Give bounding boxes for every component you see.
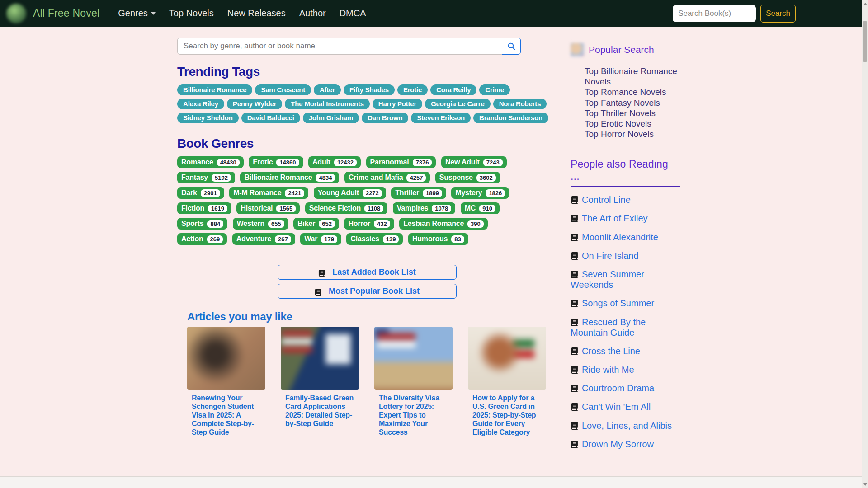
- book-icon: [571, 347, 578, 355]
- book-link[interactable]: Songs of Summer: [571, 298, 654, 308]
- trending-tag[interactable]: John Grisham: [303, 113, 359, 123]
- trending-tag[interactable]: Sam Crescent: [255, 84, 311, 95]
- genre-badge[interactable]: Classics139: [346, 233, 403, 245]
- genre-badge[interactable]: Humorous83: [408, 233, 468, 245]
- popular-search-link[interactable]: Top Horror Novels: [585, 129, 680, 139]
- trending-tag[interactable]: Georgia Le Carre: [425, 99, 491, 109]
- last-added-book-list-button[interactable]: Last Added Book List: [278, 265, 457, 280]
- trending-tag[interactable]: Dan Brown: [362, 113, 408, 123]
- book-link[interactable]: Ride with Me: [571, 365, 634, 375]
- book-link[interactable]: Seven Summer Weekends: [571, 269, 644, 290]
- trending-tag[interactable]: Penny Wylder: [227, 99, 283, 109]
- nav-item-dmca[interactable]: DMCA: [333, 8, 373, 19]
- trending-tag[interactable]: Steven Erikson: [411, 113, 471, 123]
- site-logo[interactable]: [6, 4, 26, 23]
- article-title-link[interactable]: Renewing Your Schengen Student Visa in 2…: [187, 390, 265, 436]
- trending-tag[interactable]: David Baldacci: [241, 113, 300, 123]
- genre-count-badge: 1108: [364, 205, 383, 212]
- genre-badge[interactable]: M-M Romance2421: [229, 187, 308, 199]
- genre-badge[interactable]: Science Fiction1108: [305, 202, 388, 214]
- popular-search-link[interactable]: Top Erotic Novels: [585, 118, 680, 129]
- brand-link[interactable]: All Free Novel: [33, 7, 99, 19]
- article-card[interactable]: Renewing Your Schengen Student Visa in 2…: [187, 327, 265, 436]
- article-title-link[interactable]: Family-Based Green Card Applications 202…: [281, 390, 359, 428]
- book-link[interactable]: Can't Win 'Em All: [571, 402, 651, 412]
- book-title: Drown My Sorrow: [582, 439, 654, 449]
- genre-badge[interactable]: War179: [300, 233, 341, 245]
- book-link[interactable]: Cross the Line: [571, 346, 640, 356]
- book-link[interactable]: Control Line: [571, 195, 631, 205]
- scrollbar[interactable]: [862, 0, 868, 488]
- book-link[interactable]: On Fire Island: [571, 251, 639, 261]
- nav-item-top-novels[interactable]: Top Novels: [162, 8, 221, 19]
- trending-tag[interactable]: Fifty Shades: [344, 84, 395, 95]
- popular-search-link[interactable]: Top Romance Novels: [585, 87, 680, 97]
- genre-badge[interactable]: Suspense3602: [435, 172, 500, 183]
- book-link[interactable]: Courtroom Drama: [571, 383, 654, 393]
- genre-badge[interactable]: Adult12432: [308, 156, 361, 168]
- book-link[interactable]: Moonlit Alexandrite: [571, 232, 658, 242]
- genre-badge[interactable]: Paranormal7376: [366, 156, 436, 168]
- most-popular-book-list-button[interactable]: Most Popular Book List: [278, 284, 457, 299]
- genre-badge[interactable]: Romance48430: [177, 156, 244, 168]
- trending-tag[interactable]: The Mortal Instruments: [285, 99, 369, 109]
- genre-badge[interactable]: Billionaire Romance4834: [240, 172, 339, 183]
- scroll-down-arrow[interactable]: [862, 481, 868, 488]
- article-title-link[interactable]: The Diversity Visa Lottery for 2025: Exp…: [374, 390, 453, 436]
- nav-item-genres[interactable]: Genres: [111, 8, 162, 19]
- genre-badge[interactable]: Mystery1826: [451, 187, 509, 199]
- trending-tag[interactable]: Alexa Riley: [177, 99, 224, 109]
- trending-tag[interactable]: Erotic: [397, 84, 428, 95]
- genre-badge[interactable]: Action269: [177, 233, 227, 245]
- trending-tag[interactable]: After: [314, 84, 341, 95]
- book-link[interactable]: Rescued By the Mountain Guide: [571, 317, 646, 338]
- genre-badge[interactable]: Dark2901: [177, 187, 224, 199]
- genre-badge[interactable]: Fantasy5192: [177, 172, 235, 183]
- genre-name: Sports: [181, 220, 203, 228]
- main-search-submit-button[interactable]: [502, 38, 521, 55]
- popular-search-link[interactable]: Top Billionaire Romance Novels: [585, 66, 680, 87]
- popular-search-link[interactable]: Top Thriller Novels: [585, 108, 680, 118]
- nav-item-author[interactable]: Author: [292, 8, 333, 19]
- genre-badge[interactable]: Lesbian Romance390: [399, 218, 488, 230]
- genre-badge[interactable]: Erotic14860: [249, 156, 303, 168]
- genre-badge[interactable]: Sports884: [177, 218, 227, 230]
- navbar-search-button[interactable]: Search: [760, 5, 796, 23]
- scrollbar-thumb[interactable]: [863, 21, 867, 62]
- genre-badge[interactable]: Horror432: [344, 218, 394, 230]
- trending-tag[interactable]: Cora Reilly: [430, 84, 476, 95]
- book-icon: [571, 252, 578, 260]
- popular-search-link[interactable]: Top Fantasy Novels: [585, 98, 680, 108]
- scroll-up-arrow[interactable]: [862, 0, 868, 7]
- trending-tag[interactable]: Harry Potter: [373, 99, 422, 109]
- reading-list-item: On Fire Island: [571, 251, 680, 261]
- genre-badge[interactable]: Crime and Mafia4257: [344, 172, 430, 183]
- trending-tag[interactable]: Sidney Sheldon: [177, 113, 239, 123]
- genre-badge[interactable]: Historical1565: [236, 202, 300, 214]
- genre-badge[interactable]: Adventure267: [232, 233, 295, 245]
- book-link[interactable]: Love, Lines, and Alibis: [571, 421, 672, 431]
- article-card[interactable]: How to Apply for a U.S. Green Card in 20…: [468, 327, 546, 436]
- book-link[interactable]: The Art of Exiley: [571, 213, 648, 223]
- genre-badge[interactable]: Vampires1078: [393, 202, 455, 214]
- trending-tag[interactable]: Crime: [479, 84, 510, 95]
- genre-badge[interactable]: Western655: [233, 218, 288, 230]
- nav-item-new-releases[interactable]: New Releases: [221, 8, 292, 19]
- article-title-link[interactable]: How to Apply for a U.S. Green Card in 20…: [468, 390, 546, 436]
- genre-badge[interactable]: Young Adult2272: [314, 187, 386, 199]
- article-card[interactable]: The Diversity Visa Lottery for 2025: Exp…: [374, 327, 453, 436]
- book-link[interactable]: Drown My Sorrow: [571, 439, 654, 449]
- genre-badge[interactable]: Thriller1899: [391, 187, 446, 199]
- trending-tag[interactable]: Brandon Sanderson: [473, 113, 548, 123]
- main-search-input[interactable]: [177, 38, 502, 55]
- genre-badge[interactable]: Biker652: [293, 218, 339, 230]
- article-card[interactable]: Family-Based Green Card Applications 202…: [281, 327, 359, 436]
- genre-badge[interactable]: Fiction1619: [177, 202, 231, 214]
- trending-tag[interactable]: Billionaire Romance: [177, 84, 252, 95]
- book-title: On Fire Island: [582, 251, 639, 261]
- genre-badge[interactable]: MC910: [461, 202, 500, 214]
- genre-badge[interactable]: New Adult7243: [441, 156, 507, 168]
- book-icon: [571, 300, 578, 307]
- trending-tag[interactable]: Nora Roberts: [493, 99, 547, 109]
- navbar-search-input[interactable]: [673, 5, 756, 22]
